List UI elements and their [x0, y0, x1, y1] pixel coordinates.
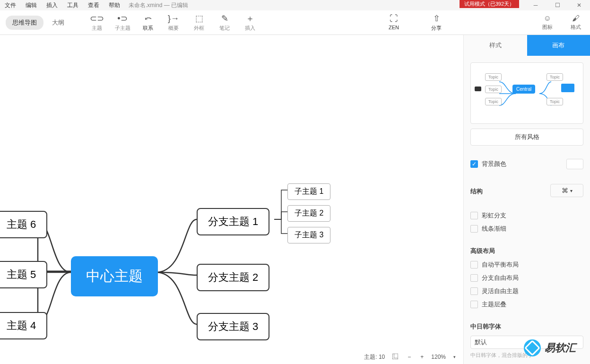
map-overview-icon[interactable]: ⿺ — [390, 353, 400, 361]
cjk-font-title: 中日韩字体 — [470, 318, 583, 334]
node-branch-1[interactable]: 分支主题 1 — [197, 208, 269, 235]
zoom-in-button[interactable]: + — [418, 353, 425, 361]
format-panel: 样式 画布 Topic Topic Topic Central Topic To… — [463, 35, 590, 364]
window-controls: ─ ☐ ✕ — [525, 0, 590, 10]
panel-tab-canvas[interactable]: 画布 — [527, 35, 590, 56]
right-tabs: ☺图标 🖌格式 — [533, 10, 590, 35]
tab-format[interactable]: 🖌格式 — [562, 10, 590, 35]
structure-select[interactable]: ⌘ ▾ — [550, 184, 583, 197]
theme-preview[interactable]: Topic Topic Topic Central Topic Topic — [470, 62, 583, 124]
node-sub-1[interactable]: 子主题 1 — [287, 183, 330, 200]
zen-icon: ⛶ — [390, 13, 398, 24]
structure-icon: ⌘ — [562, 187, 568, 194]
brush-icon: 🖌 — [572, 14, 580, 23]
mindmap-canvas[interactable]: 中心主题 分支主题 1 分支主题 2 分支主题 3 主题 6 主题 5 主题 4… — [0, 35, 463, 350]
auto-balance-checkbox[interactable] — [470, 261, 478, 269]
subtopic-icon: •⊃ — [117, 13, 127, 24]
tapered-checkbox[interactable] — [470, 225, 478, 233]
structure-label: 结构 — [470, 182, 483, 199]
tab-icons[interactable]: ☺图标 — [533, 10, 562, 35]
trial-badge[interactable]: 试用模式（已392天） — [460, 0, 519, 8]
chevron-down-icon: ▾ — [570, 188, 573, 193]
boundary-icon: ⬚ — [195, 13, 203, 24]
node-branch-3[interactable]: 分支主题 3 — [197, 313, 269, 340]
tool-zen[interactable]: ⛶ZEN — [382, 11, 406, 34]
topic-count: 主题: 10 — [364, 353, 385, 361]
zoom-out-button[interactable]: − — [406, 353, 413, 361]
flex-free-checkbox[interactable] — [470, 287, 478, 295]
tool-note[interactable]: ✎笔记 — [213, 11, 236, 34]
minimize-button[interactable]: ─ — [525, 0, 547, 10]
adv-layout-title: 高级布局 — [470, 242, 583, 258]
note-icon: ✎ — [221, 13, 228, 24]
tool-topic[interactable]: ⊂⊃主题 — [85, 11, 109, 34]
zoom-dropdown-icon[interactable]: ▾ — [451, 354, 458, 360]
tool-relation[interactable]: ⤺联系 — [136, 11, 160, 34]
node-central[interactable]: 中心主题 — [71, 256, 158, 296]
watermark-icon — [524, 339, 541, 356]
node-left-5[interactable]: 主题 5 — [0, 261, 47, 288]
all-styles-button[interactable]: 所有风格 — [470, 129, 583, 146]
bg-color-label: 背景颜色 — [482, 160, 506, 168]
panel-tab-style[interactable]: 样式 — [464, 35, 527, 56]
tab-mindmap[interactable]: 思维导图 — [6, 16, 43, 30]
menu-file[interactable]: 文件 — [0, 1, 21, 9]
document-title: 未命名.xmind — 已编辑 — [129, 1, 188, 9]
watermark: 易软汇 — [524, 339, 576, 356]
menu-view[interactable]: 查看 — [83, 1, 104, 9]
bg-color-swatch[interactable] — [566, 159, 583, 169]
node-sub-3[interactable]: 子主题 3 — [287, 227, 330, 243]
node-sub-2[interactable]: 子主题 2 — [287, 205, 330, 222]
titlebar: 文件 编辑 插入 工具 查看 帮助 未命名.xmind — 已编辑 试用模式（已… — [0, 0, 590, 10]
connectors — [0, 35, 463, 350]
close-button[interactable]: ✕ — [568, 0, 590, 10]
menu-help[interactable]: 帮助 — [104, 1, 125, 9]
statusbar: 主题: 10 ⿺ − + 120% ▾ — [358, 350, 463, 364]
node-left-6[interactable]: 主题 6 — [0, 211, 47, 238]
bg-color-checkbox[interactable]: ✓ — [470, 160, 478, 168]
tab-outline[interactable]: 大纲 — [45, 16, 71, 30]
toolbar: 思维导图 大纲 ⊂⊃主题 •⊃子主题 ⤺联系 }→概要 ⬚外框 ✎笔记 ＋插入 … — [0, 10, 590, 35]
menu-insert[interactable]: 插入 — [42, 1, 62, 9]
rainbow-checkbox[interactable] — [470, 212, 478, 219]
relation-icon: ⤺ — [145, 13, 152, 24]
insert-icon: ＋ — [246, 13, 254, 24]
tool-insert[interactable]: ＋插入 — [238, 11, 262, 34]
tool-subtopic[interactable]: •⊃子主题 — [111, 11, 134, 34]
branch-free-checkbox[interactable] — [470, 274, 478, 282]
tool-boundary[interactable]: ⬚外框 — [187, 11, 211, 34]
maximize-button[interactable]: ☐ — [547, 0, 568, 10]
overlap-checkbox[interactable] — [470, 301, 478, 308]
tool-summary[interactable]: }→概要 — [162, 11, 185, 34]
node-branch-2[interactable]: 分支主题 2 — [197, 264, 269, 291]
smiley-icon: ☺ — [544, 14, 551, 23]
summary-icon: }→ — [168, 13, 179, 24]
share-icon: ⇧ — [433, 13, 440, 24]
topic-icon: ⊂⊃ — [90, 13, 104, 24]
node-left-4[interactable]: 主题 4 — [0, 312, 47, 339]
menu-tools[interactable]: 工具 — [62, 1, 83, 9]
menu-edit[interactable]: 编辑 — [21, 1, 42, 9]
tool-share[interactable]: ⇧分享 — [425, 11, 448, 34]
zoom-level: 120% — [431, 354, 446, 360]
